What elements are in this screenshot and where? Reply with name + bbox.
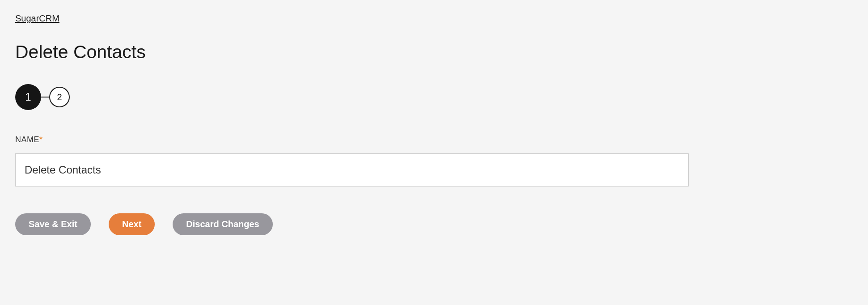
step-indicator: 1 2 — [15, 84, 853, 110]
next-button[interactable]: Next — [109, 213, 155, 235]
name-label-text: NAME — [15, 135, 39, 144]
step-connector — [41, 97, 49, 97]
name-input[interactable] — [15, 153, 689, 186]
button-row: Save & Exit Next Discard Changes — [15, 213, 853, 235]
name-field-label: NAME* — [15, 135, 853, 144]
required-asterisk: * — [39, 135, 43, 144]
step-1[interactable]: 1 — [15, 84, 41, 110]
page-title: Delete Contacts — [15, 42, 853, 63]
save-exit-button[interactable]: Save & Exit — [15, 213, 91, 235]
breadcrumb-link[interactable]: SugarCRM — [15, 13, 59, 24]
discard-changes-button[interactable]: Discard Changes — [173, 213, 272, 235]
step-2[interactable]: 2 — [49, 87, 70, 107]
